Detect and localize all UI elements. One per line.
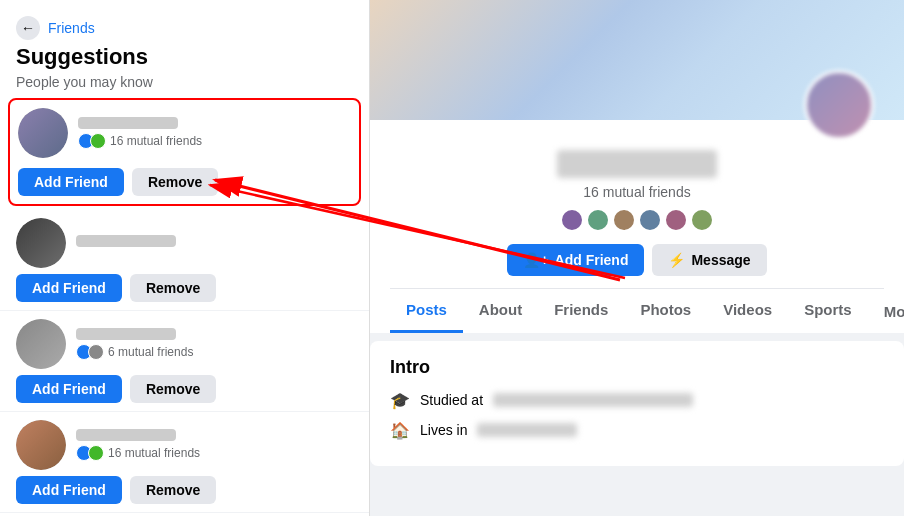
add-friend-button-4[interactable]: Add Friend	[16, 476, 122, 504]
mutual-friends-1: 16 mutual friends	[78, 133, 351, 149]
action-buttons-1: Add Friend Remove	[18, 168, 351, 196]
avatar-4	[16, 420, 66, 470]
mutual-icon	[88, 445, 104, 461]
mutual-friends-3: 6 mutual friends	[76, 344, 353, 360]
back-arrow-icon[interactable]: ←	[16, 16, 40, 40]
remove-button-2[interactable]: Remove	[130, 274, 216, 302]
add-friend-button-2[interactable]: Add Friend	[16, 274, 122, 302]
tab-sports[interactable]: Sports	[788, 289, 868, 333]
tab-friends[interactable]: Friends	[538, 289, 624, 333]
message-button[interactable]: ⚡ Message	[652, 244, 766, 276]
profile-main: 16 mutual friends 👤+ Add Friend ⚡ Messag…	[370, 120, 904, 333]
person-name-2	[76, 235, 176, 247]
mutual-icon	[88, 344, 104, 360]
profile-actions: 👤+ Add Friend ⚡ Message	[390, 244, 884, 276]
left-panel: ← Friends Suggestions People you may kno…	[0, 0, 370, 516]
mutual-avatar	[560, 208, 584, 232]
tab-videos[interactable]: Videos	[707, 289, 788, 333]
tab-posts[interactable]: Posts	[390, 289, 463, 333]
avatar-3	[16, 319, 66, 369]
intro-section: Intro 🎓 Studied at 🏠 Lives in	[370, 341, 904, 466]
mutual-avatar	[664, 208, 688, 232]
add-friend-button-1[interactable]: Add Friend	[18, 168, 124, 196]
profile-avatar	[804, 70, 874, 140]
mutual-avatar	[690, 208, 714, 232]
mutual-friends-4: 16 mutual friends	[76, 445, 353, 461]
people-subtitle: People you may know	[0, 74, 369, 98]
person-info-1: 16 mutual friends	[78, 117, 351, 149]
person-info-4: 16 mutual friends	[76, 429, 353, 461]
avatar-2	[16, 218, 66, 268]
action-buttons-3: Add Friend Remove	[16, 375, 353, 403]
mutual-avatar	[612, 208, 636, 232]
person-info-2	[76, 235, 353, 251]
messenger-icon: ⚡	[668, 252, 685, 268]
suggestion-item-4: 16 mutual friends Add Friend Remove	[0, 412, 369, 513]
profile-tabs: Posts About Friends Photos Videos Sports	[390, 288, 884, 333]
action-buttons-2: Add Friend Remove	[16, 274, 353, 302]
add-friend-button-3[interactable]: Add Friend	[16, 375, 122, 403]
person-name-4	[76, 429, 176, 441]
remove-button-3[interactable]: Remove	[130, 375, 216, 403]
remove-button-1[interactable]: Remove	[132, 168, 218, 196]
person-name-1	[78, 117, 178, 129]
suggestion-item-2: Add Friend Remove	[0, 210, 369, 311]
home-icon: 🏠	[390, 420, 410, 440]
suggestion-item-3: 6 mutual friends Add Friend Remove	[0, 311, 369, 412]
graduation-icon: 🎓	[390, 390, 410, 410]
friends-back-nav[interactable]: ← Friends	[0, 12, 369, 40]
mutual-avatars	[390, 208, 884, 232]
suggestions-title: Suggestions	[0, 40, 369, 74]
mutual-avatar	[586, 208, 610, 232]
intro-title: Intro	[390, 357, 884, 378]
intro-studied-row: 🎓 Studied at	[390, 390, 884, 410]
profile-name	[557, 150, 717, 178]
tab-more[interactable]: More ▾	[868, 289, 904, 333]
profile-avatar-wrap	[804, 70, 874, 140]
remove-button-4[interactable]: Remove	[130, 476, 216, 504]
tab-about[interactable]: About	[463, 289, 538, 333]
person-add-icon: 👤+	[523, 252, 548, 268]
studied-at-value	[493, 393, 693, 407]
mutual-icon	[90, 133, 106, 149]
profile-mutual-count: 16 mutual friends	[390, 184, 884, 200]
action-buttons-4: Add Friend Remove	[16, 476, 353, 504]
profile-cover	[370, 0, 904, 120]
suggestion-item-1: 16 mutual friends Add Friend Remove	[8, 98, 361, 206]
avatar-1	[18, 108, 68, 158]
lives-in-value	[477, 423, 577, 437]
add-friend-profile-button[interactable]: 👤+ Add Friend	[507, 244, 644, 276]
person-info-3: 6 mutual friends	[76, 328, 353, 360]
intro-lives-row: 🏠 Lives in	[390, 420, 884, 440]
right-panel: 16 mutual friends 👤+ Add Friend ⚡ Messag…	[370, 0, 904, 516]
friends-link[interactable]: Friends	[48, 20, 95, 36]
tab-photos[interactable]: Photos	[624, 289, 707, 333]
person-name-3	[76, 328, 176, 340]
mutual-avatar	[638, 208, 662, 232]
